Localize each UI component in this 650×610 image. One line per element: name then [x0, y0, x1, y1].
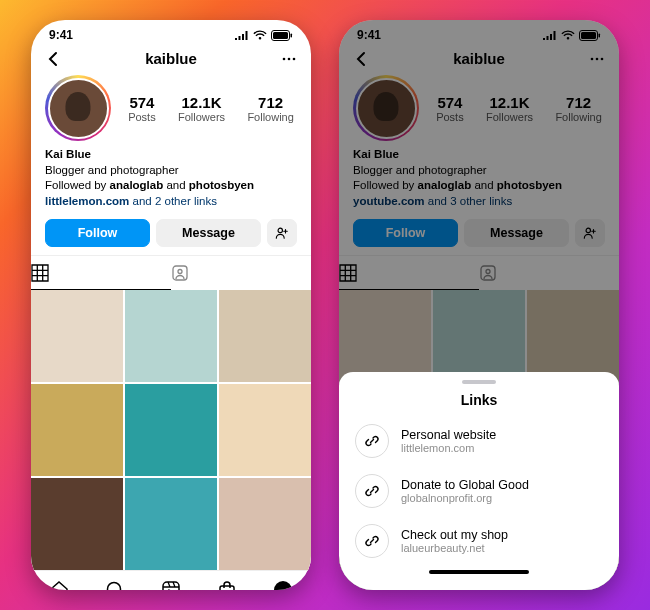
nav-reels[interactable] — [160, 579, 182, 590]
post-tile[interactable] — [219, 290, 311, 382]
stats: 574 Posts 12.1K Followers 712 Following — [125, 94, 297, 123]
post-tile[interactable] — [125, 384, 217, 476]
bio-links[interactable]: littlelemon.com and 2 other links — [45, 194, 297, 210]
link-icon — [355, 474, 389, 508]
followed-by: Followed by analoglab and photosbyen — [45, 178, 297, 194]
shop-icon — [216, 579, 238, 590]
link-item[interactable]: Donate to Global Good globalnonprofit.or… — [339, 466, 619, 516]
bottom-nav — [31, 570, 311, 590]
nav-profile[interactable] — [272, 579, 294, 590]
search-icon — [104, 579, 126, 590]
bio-name: Kai Blue — [45, 147, 297, 163]
svg-point-4 — [288, 57, 291, 60]
post-tile[interactable] — [125, 478, 217, 570]
battery-icon — [271, 30, 293, 41]
add-user-icon — [275, 226, 289, 240]
link-title: Check out my shop — [401, 528, 508, 542]
post-tile[interactable] — [219, 384, 311, 476]
stat-followers[interactable]: 12.1K Followers — [178, 94, 225, 123]
link-item[interactable]: Check out my shop lalueurbeauty.net — [339, 516, 619, 566]
tagged-icon — [171, 264, 189, 282]
home-icon — [48, 579, 70, 590]
nav-search[interactable] — [104, 579, 126, 590]
nav-shop[interactable] — [216, 579, 238, 590]
header-username: kaiblue — [145, 50, 197, 67]
link-url: lalueurbeauty.net — [401, 542, 508, 554]
post-tile[interactable] — [125, 290, 217, 382]
status-bar: 9:41 — [31, 20, 311, 44]
status-time: 9:41 — [49, 28, 73, 42]
profile-row: 574 Posts 12.1K Followers 712 Following — [31, 75, 311, 147]
header-row: kaiblue — [31, 44, 311, 75]
dots-icon — [281, 51, 297, 67]
chevron-left-icon — [45, 51, 61, 67]
status-indicators — [234, 30, 293, 41]
tab-grid[interactable] — [31, 256, 171, 290]
links-sheet: Links Personal website littlelemon.com D… — [339, 372, 619, 590]
post-tile[interactable] — [31, 290, 123, 382]
sheet-handle[interactable] — [462, 380, 496, 384]
reels-icon — [160, 579, 182, 590]
signal-icon — [234, 30, 249, 40]
post-grid — [31, 290, 311, 570]
svg-point-9 — [108, 583, 121, 590]
avatar-story-ring[interactable] — [45, 75, 111, 141]
svg-rect-11 — [220, 586, 234, 590]
suggest-button[interactable] — [267, 219, 297, 247]
sheet-title: Links — [339, 392, 619, 408]
link-title: Personal website — [401, 428, 496, 442]
link-url: littlelemon.com — [401, 442, 496, 454]
svg-point-5 — [293, 57, 296, 60]
link-item[interactable]: Personal website littlelemon.com — [339, 416, 619, 466]
post-tile[interactable] — [31, 384, 123, 476]
action-buttons: Follow Message — [31, 215, 311, 255]
link-icon — [355, 524, 389, 558]
bio: Kai Blue Blogger and photographer Follow… — [31, 147, 311, 215]
link-icon — [355, 424, 389, 458]
svg-point-6 — [278, 228, 282, 232]
svg-point-3 — [283, 57, 286, 60]
follow-button[interactable]: Follow — [45, 219, 150, 247]
svg-point-8 — [178, 270, 182, 274]
link-url: globalnonprofit.org — [401, 492, 529, 504]
message-button[interactable]: Message — [156, 219, 261, 247]
home-indicator[interactable] — [429, 570, 529, 574]
stat-posts[interactable]: 574 Posts — [128, 94, 156, 123]
nav-home[interactable] — [48, 579, 70, 590]
profile-icon — [272, 579, 294, 590]
svg-point-12 — [274, 581, 292, 590]
svg-rect-10 — [163, 582, 179, 590]
tabs — [31, 255, 311, 290]
tab-tagged[interactable] — [171, 256, 311, 290]
phone-left: 9:41 kaiblue 574 Posts 12.1K Followers — [31, 20, 311, 590]
back-button[interactable] — [45, 51, 61, 67]
more-button[interactable] — [281, 51, 297, 67]
post-tile[interactable] — [219, 478, 311, 570]
svg-rect-1 — [273, 32, 288, 39]
post-tile[interactable] — [31, 478, 123, 570]
link-title: Donate to Global Good — [401, 478, 529, 492]
wifi-icon — [253, 30, 267, 40]
bio-description: Blogger and photographer — [45, 163, 297, 179]
phone-right: 9:41 kaiblue 574 Posts 12.1K Followers — [339, 20, 619, 590]
grid-icon — [31, 264, 49, 282]
svg-rect-2 — [291, 33, 293, 37]
stat-following[interactable]: 712 Following — [247, 94, 293, 123]
avatar — [48, 78, 109, 139]
